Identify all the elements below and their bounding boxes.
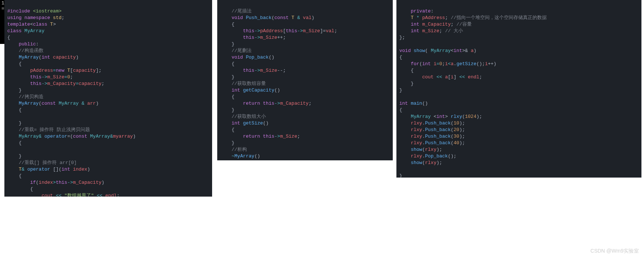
code-panel-3: private: T * pAddress; //指向一个堆空间，这个空间存储真… (396, 0, 641, 178)
code-panel-2: //尾插法 void Push_back(const T & val) { th… (217, 0, 393, 160)
code-panel-1: #include <iostream> using namespace std;… (4, 0, 212, 197)
watermark: CSDN @Wm9实验室 (591, 247, 639, 254)
hdr-iostream: <iostream> (33, 8, 61, 14)
kw-include: #include (7, 8, 30, 14)
